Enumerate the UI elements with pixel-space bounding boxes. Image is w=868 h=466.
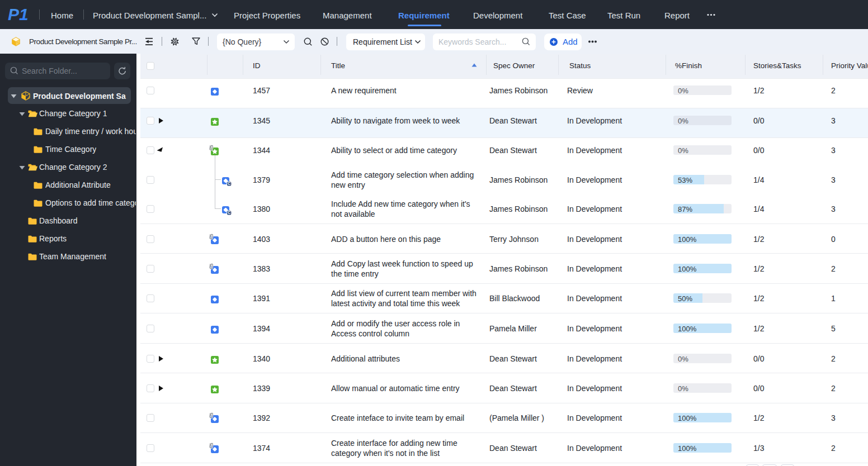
svg-text:C: C: [228, 181, 231, 186]
svg-text:P1: P1: [8, 5, 29, 23]
svg-text:C: C: [228, 210, 231, 215]
